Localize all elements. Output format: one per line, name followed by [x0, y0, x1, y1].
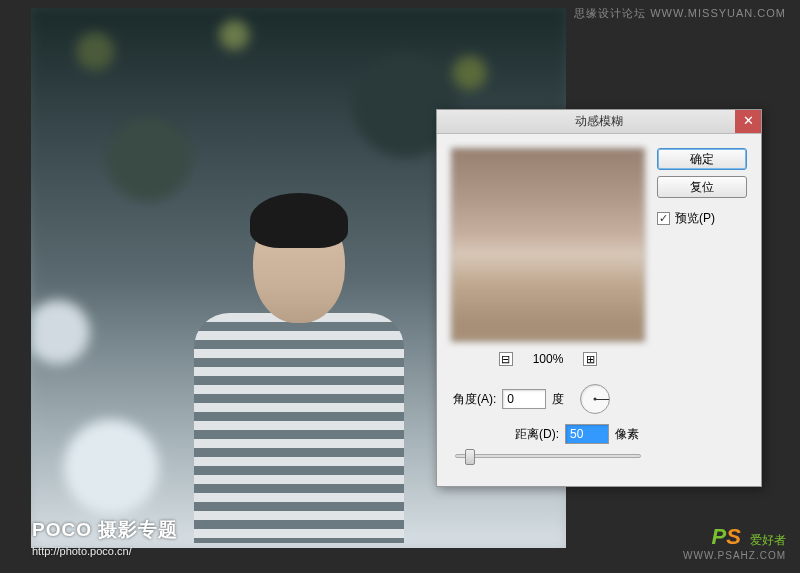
angle-dial[interactable] — [580, 384, 610, 414]
watermark-bottom-left: POCO 摄影专题 http://photo.poco.cn/ — [32, 517, 178, 557]
logo-p: P — [712, 524, 727, 549]
parameter-controls: 角度(A): 度 距离(D): 像素 — [451, 384, 645, 458]
watermark-subject: 摄影专题 — [98, 519, 178, 540]
watermark-br-line1: PS 爱好者 — [683, 524, 786, 550]
reset-button[interactable]: 复位 — [657, 176, 747, 198]
preview-checkbox-label: 预览(P) — [675, 210, 715, 227]
angle-input[interactable] — [502, 389, 546, 409]
dialog-body: ⊟ 100% ⊞ 角度(A): 度 距离(D): 像素 — [437, 134, 761, 486]
subject-person — [194, 203, 404, 543]
watermark-br-text: 爱好者 — [750, 533, 786, 547]
watermark-brand-line: POCO 摄影专题 — [32, 517, 178, 543]
zoom-level: 100% — [533, 352, 564, 366]
angle-label: 角度(A): — [453, 391, 496, 408]
watermark-brand: POCO — [32, 519, 92, 540]
distance-label: 距离(D): — [515, 426, 559, 443]
angle-unit: 度 — [552, 391, 564, 408]
hair — [250, 193, 348, 248]
preview-thumbnail[interactable] — [451, 148, 645, 342]
zoom-controls: ⊟ 100% ⊞ — [451, 352, 645, 366]
distance-input[interactable] — [565, 424, 609, 444]
distance-unit: 像素 — [615, 426, 639, 443]
angle-row: 角度(A): 度 — [453, 384, 645, 414]
watermark-logo: PS — [712, 524, 748, 549]
watermark-url-bl: http://photo.poco.cn/ — [32, 545, 178, 557]
distance-slider-thumb[interactable] — [465, 449, 475, 465]
dialog-titlebar[interactable]: 动感模糊 ✕ — [437, 110, 761, 134]
zoom-out-button[interactable]: ⊟ — [499, 352, 513, 366]
dialog-left-column: ⊟ 100% ⊞ 角度(A): 度 距离(D): 像素 — [451, 148, 645, 472]
preview-checkbox-row: ✓ 预览(P) — [657, 210, 747, 227]
distance-slider[interactable] — [455, 454, 641, 458]
dialog-title: 动感模糊 — [437, 113, 761, 130]
dialog-right-column: 确定 复位 ✓ 预览(P) — [657, 148, 747, 472]
ok-button[interactable]: 确定 — [657, 148, 747, 170]
motion-blur-dialog: 动感模糊 ✕ ⊟ 100% ⊞ 角度(A): 度 距离(D): 像 — [436, 109, 762, 487]
close-button[interactable]: ✕ — [735, 110, 761, 133]
striped-shirt — [194, 313, 404, 543]
watermark-bottom-right: PS 爱好者 WWW.PSAHZ.COM — [683, 524, 786, 561]
zoom-in-button[interactable]: ⊞ — [583, 352, 597, 366]
watermark-top-right: 思缘设计论坛 WWW.MISSYUAN.COM — [574, 6, 786, 21]
distance-row: 距离(D): 像素 — [451, 424, 639, 444]
logo-s: S — [726, 524, 741, 549]
preview-checkbox[interactable]: ✓ — [657, 212, 670, 225]
watermark-url-br: WWW.PSAHZ.COM — [683, 550, 786, 561]
